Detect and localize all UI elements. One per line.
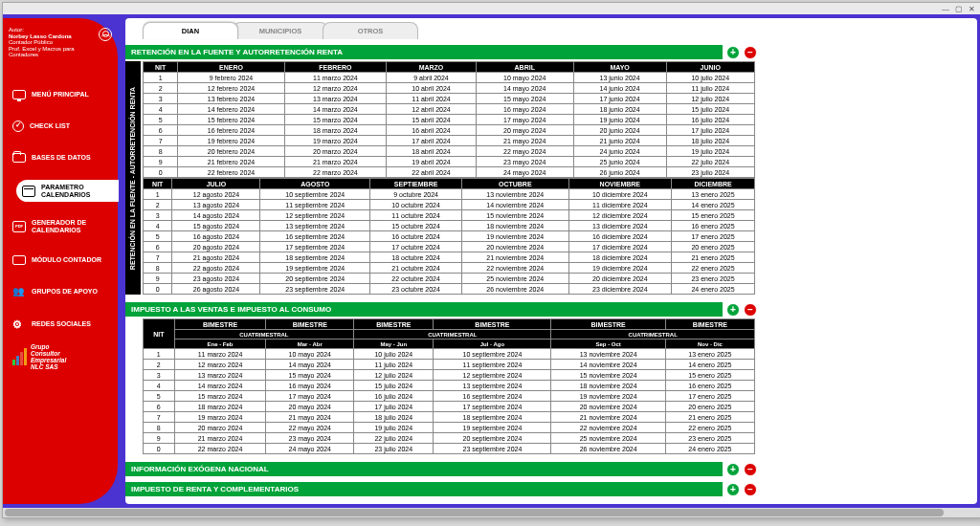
horizontal-scrollbar[interactable]	[3, 508, 980, 517]
sidebar-item-menu[interactable]: MENÚ PRINCIPAL	[12, 86, 118, 103]
table-row: 212 febrero 202412 marzo 202410 abril 20…	[144, 83, 755, 94]
table-row: 213 agosto 202411 septiembre 202410 octu…	[144, 200, 755, 210]
add-button[interactable]: +	[726, 303, 740, 317]
sidebar: Autor: Norbey Lasso Cardona Contador Púb…	[3, 18, 118, 504]
table-row: 026 agosto 202423 septiembre 202423 octu…	[144, 284, 755, 295]
col-header: OCTUBRE	[462, 179, 568, 189]
table-row: 022 febrero 202422 marzo 202422 abril 20…	[144, 167, 755, 178]
table-row: 719 marzo 202421 mayo 202418 julio 20241…	[144, 412, 755, 423]
sidebar-item-mod[interactable]: MÓDULO CONTADOR	[12, 252, 118, 269]
group-icon: 👥	[12, 286, 26, 297]
table-row: 212 marzo 202414 mayo 202411 julio 20241…	[144, 360, 755, 370]
table-row: 515 marzo 202417 mayo 202416 julio 20241…	[144, 391, 755, 402]
col-header: FEBRERO	[284, 62, 386, 73]
section-header-renta: IMPUESTO DE RENTA Y COMPLEMENTARIOS	[125, 482, 723, 496]
table-row: 19 febrero 202411 marzo 20249 abril 2024…	[144, 73, 755, 83]
remove-button[interactable]: −	[744, 46, 757, 59]
table-row: 414 febrero 202414 marzo 202412 abril 20…	[144, 104, 755, 115]
iva-table-block: NITBIMESTREBIMESTREBIMESTREBIMESTREBIMES…	[143, 318, 973, 454]
remove-button[interactable]: −	[744, 463, 757, 476]
sidebar-item-label: MENÚ PRINCIPAL	[32, 91, 89, 99]
add-button[interactable]: +	[726, 463, 740, 476]
remove-button[interactable]: −	[744, 303, 757, 317]
add-button[interactable]: +	[726, 483, 740, 496]
gear-icon: ⚙	[12, 318, 26, 330]
content-area: DIANMUNICIPIOSOTROS RETENCIÓN EN LA FUEN…	[125, 18, 977, 504]
retencion-side-label: RETENCIÓN EN LA FUENTE - AUTORRETENCIÓN …	[125, 61, 141, 295]
author-name: Norbey Lasso Cardona	[9, 33, 93, 40]
sidebar-item-label: PARAMETRO CALENDARIOS	[41, 184, 118, 198]
table-row: 112 agosto 202410 septiembre 20249 octub…	[144, 189, 755, 200]
window-titlebar: — ▢ ✕	[3, 3, 980, 14]
table-row: 721 agosto 202418 septiembre 202418 octu…	[144, 252, 755, 263]
col-header: DICIEMBRE	[672, 179, 755, 189]
col-header: NOVIEMBRE	[568, 179, 672, 189]
table-row: 415 agosto 202413 septiembre 202415 octu…	[144, 221, 755, 231]
col-header: MAYO	[573, 62, 666, 73]
table-row: 414 marzo 202416 mayo 202415 julio 20241…	[144, 381, 755, 391]
table-row: 618 marzo 202420 mayo 202417 julio 20241…	[144, 402, 755, 412]
table-row: 022 marzo 202424 mayo 202423 julio 20242…	[144, 444, 755, 454]
col-nit: NIT	[144, 319, 175, 349]
sidebar-nav: MENÚ PRINCIPALCHECK LISTBASES DE DATOSPA…	[3, 86, 118, 334]
retencion-table-1: NITENEROFEBREROMARZOABRILMAYOJUNIO19 feb…	[143, 61, 755, 178]
maximize-button[interactable]: ▢	[955, 5, 963, 13]
col-header: JULIO	[172, 179, 260, 189]
minimize-button[interactable]: —	[942, 5, 949, 13]
remove-button[interactable]: −	[744, 483, 757, 496]
table-row: 616 febrero 202418 marzo 202416 abril 20…	[144, 125, 755, 136]
sidebar-item-grupos[interactable]: 👥GRUPOS DE APOYO	[12, 282, 118, 301]
author-role2: Prof. Excel y Macros para Contadores	[9, 46, 75, 58]
col-header: ABRIL	[476, 62, 573, 73]
sidebar-item-param[interactable]: PARAMETRO CALENDARIOS	[16, 180, 119, 202]
table-row: 921 febrero 202421 marzo 202419 abril 20…	[144, 157, 755, 167]
table-row: 820 febrero 202420 marzo 202418 abril 20…	[144, 146, 755, 157]
col-nit: NIT	[144, 179, 172, 189]
sidebar-item-label: MÓDULO CONTADOR	[32, 256, 101, 264]
col-header: JUNIO	[666, 62, 754, 73]
author-role1: Contador Público	[9, 39, 53, 45]
table-row: 719 febrero 202419 marzo 202417 abril 20…	[144, 136, 755, 146]
section-header-retencion: RETENCIÓN EN LA FUENTE Y AUTORRETENCIÓN …	[125, 45, 723, 59]
col-header: SEPTIEMBRE	[370, 179, 462, 189]
iva-table: NITBIMESTREBIMESTREBIMESTREBIMESTREBIMES…	[143, 318, 755, 454]
table-row: 620 agosto 202417 septiembre 202417 octu…	[144, 242, 755, 252]
table-row: 820 marzo 202422 mayo 202419 julio 20241…	[144, 423, 755, 433]
monitor-icon	[12, 90, 26, 99]
sidebar-item-label: GENERADOR DE CALENDARIOS	[32, 219, 108, 233]
sidebar-item-label: BASES DE DATOS	[32, 154, 91, 162]
table-row: 313 febrero 202413 marzo 202411 abril 20…	[144, 94, 755, 104]
tabs: DIANMUNICIPIOSOTROS	[125, 18, 977, 39]
col-header: MARZO	[387, 62, 477, 73]
group-brand[interactable]: Grupo Consultor Empresarial NLC SAS	[3, 343, 118, 371]
col-header: AGOSTO	[260, 179, 370, 189]
col-header: ENERO	[178, 62, 285, 73]
sidebar-item-checklist[interactable]: CHECK LIST	[12, 117, 118, 136]
tab-otros[interactable]: OTROS	[323, 22, 418, 39]
section-header-iva: IMPUESTO A LAS VENTAS E IMPUESTO AL CONS…	[125, 302, 723, 317]
sidebar-item-gen[interactable]: GENERADOR DE CALENDARIOS	[12, 215, 118, 237]
table-row: 314 agosto 202412 septiembre 202411 octu…	[144, 210, 755, 221]
add-button[interactable]: +	[726, 46, 740, 59]
table-row: 313 marzo 202415 mayo 202412 julio 20241…	[144, 370, 755, 381]
table-row: 822 agosto 202419 septiembre 202421 octu…	[144, 263, 755, 274]
close-button[interactable]: ✕	[969, 5, 975, 13]
tab-municipios[interactable]: MUNICIPIOS	[233, 22, 328, 39]
check-circle-icon	[12, 121, 24, 132]
author-label: Autor:	[9, 27, 24, 33]
sidebar-item-bases[interactable]: BASES DE DATOS	[12, 149, 118, 166]
table-row: 921 marzo 202423 mayo 202422 julio 20242…	[144, 433, 755, 444]
sidebar-item-label: GRUPOS DE APOYO	[32, 288, 98, 296]
pdf-icon	[12, 221, 26, 232]
sidebar-item-label: REDES SOCIALES	[32, 320, 91, 328]
table-row: 515 febrero 202415 marzo 202415 abril 20…	[144, 115, 755, 125]
col-nit: NIT	[144, 62, 178, 73]
folder-icon	[12, 153, 26, 163]
author-box: Autor: Norbey Lasso Cardona Contador Púb…	[3, 24, 118, 61]
tab-dian[interactable]: DIAN	[143, 22, 238, 39]
sidebar-item-redes[interactable]: ⚙REDES SOCIALES	[12, 315, 118, 334]
wallet-icon	[12, 255, 26, 265]
bars-icon	[12, 348, 27, 365]
user-icon	[99, 28, 112, 41]
sidebar-item-label: CHECK LIST	[30, 122, 70, 130]
